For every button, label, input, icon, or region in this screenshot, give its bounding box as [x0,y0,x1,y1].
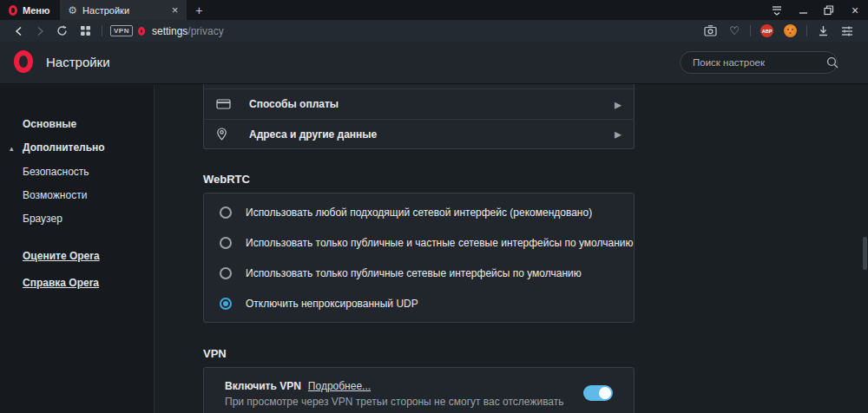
location-pin-icon [216,128,249,141]
webrtc-option-row[interactable]: Использовать только публичные и частные … [204,227,634,258]
browser-window: Меню ⚙ Настройки × + × [0,0,868,413]
vpn-toggle-on[interactable] [583,385,613,401]
back-icon[interactable] [9,20,30,42]
row-label: Адреса и другие данные [249,128,615,141]
payment-methods-row[interactable]: Способы оплаты ▸ [204,89,634,119]
url-path: settings [152,25,187,37]
vpn-badge[interactable]: VPN [110,25,133,36]
divider [806,25,807,36]
webrtc-option-row[interactable]: Отключить непроксированный UDP [204,288,634,318]
opera-menu-button[interactable]: Меню [0,0,60,20]
gear-icon: ⚙ [68,5,77,16]
opera-logo [14,50,33,73]
scrollbar-thumb[interactable] [863,237,867,270]
downloads-icon[interactable] [812,20,835,42]
option-label: Использовать только публичные и частные … [246,237,633,249]
webrtc-option-row[interactable]: Использовать любой подходящий сетевой ин… [204,197,634,227]
credit-card-icon [216,99,249,109]
sidebar-link-help-opera[interactable]: Справка Opera [23,277,99,289]
webrtc-option-row[interactable]: Использовать только публичные сетевые ин… [204,258,634,288]
tab-settings[interactable]: ⚙ Настройки × [60,0,187,20]
tab-menu-icon[interactable] [764,0,790,20]
adblock-extension-icon[interactable]: ABP [760,24,773,37]
sidebar-link-rate-opera[interactable]: Оцените Opera [23,250,100,262]
tab-title: Настройки [82,5,168,16]
tune-panels-icon[interactable] [835,20,859,42]
menu-button-label: Меню [23,5,49,16]
new-tab-button[interactable]: + [187,0,211,20]
sidebar: Основные ▴ Дополнительно Безопасность Во… [0,85,155,413]
vpn-enable-row: Включить VPN Подробнее... При просмотре … [204,368,634,408]
url-subpath: /privacy [187,25,223,37]
forward-icon[interactable] [30,20,50,42]
sidebar-item-browser[interactable]: Браузер [23,213,62,225]
sidebar-item-features[interactable]: Возможности [23,189,87,201]
triangle-up-icon: ▴ [10,144,14,153]
page-title: Настройки [46,55,110,69]
toggle-knob [599,387,611,399]
option-label: Использовать любой подходящий сетевой ин… [246,206,592,219]
search-icon [826,56,838,69]
webrtc-heading: WebRTC [203,173,635,186]
minimize-button[interactable] [790,0,816,20]
sidebar-item-advanced[interactable]: Дополнительно [23,141,105,154]
search-input[interactable] [693,57,826,68]
autofill-card: Способы оплаты ▸ Адреса и другие данные … [203,84,635,149]
divider [750,25,751,36]
tab-bar: Меню ⚙ Настройки × + × [0,0,868,20]
main-pane: Способы оплаты ▸ Адреса и другие данные … [203,84,635,413]
chevron-right-icon: ▸ [615,126,621,142]
vpn-card: Включить VPN Подробнее... При просмотре … [203,367,635,413]
tab-close-icon[interactable]: × [168,4,182,16]
speed-dial-grid-icon[interactable] [74,20,97,42]
sidebar-item-security[interactable]: Безопасность [23,166,89,178]
sidebar-item-basic[interactable]: Основные [23,118,76,130]
radio-unselected-icon[interactable] [220,267,232,279]
vpn-details-link[interactable]: Подробнее... [308,380,371,392]
reload-icon[interactable] [50,20,74,42]
divider [102,25,102,36]
opera-logo-icon [9,5,17,16]
bookmark-heart-icon[interactable]: ♡ [723,20,746,42]
addresses-row[interactable]: Адреса и другие данные ▸ [204,119,634,148]
restore-button[interactable] [816,0,842,20]
vpn-heading: VPN [203,347,635,360]
radio-selected-icon[interactable] [220,298,232,310]
settings-header: Настройки [0,42,868,84]
address-bar: VPN settings/privacy ♡ ABP [0,20,868,42]
option-label: Отключить непроксированный UDP [246,298,418,310]
chevron-right-icon: ▸ [615,96,621,113]
vpn-toggle-label: Включить VPN [225,380,301,392]
radio-unselected-icon[interactable] [220,237,232,249]
close-window-button[interactable]: × [842,0,868,20]
vpn-description: При просмотре через VPN третьи стороны н… [225,396,613,408]
snapshot-camera-icon[interactable] [698,20,723,42]
url-text[interactable]: settings/privacy [152,25,224,37]
option-label: Использовать только публичные сетевые ин… [246,267,582,279]
settings-content: Основные ▴ Дополнительно Безопасность Во… [0,85,868,413]
row-label: Способы оплаты [249,98,615,110]
settings-search[interactable] [680,51,838,74]
site-opera-icon [138,27,145,36]
webrtc-card: Использовать любой подходящий сетевой ин… [203,193,635,323]
radio-unselected-icon[interactable] [220,206,232,219]
extension-icon[interactable] [784,24,797,37]
